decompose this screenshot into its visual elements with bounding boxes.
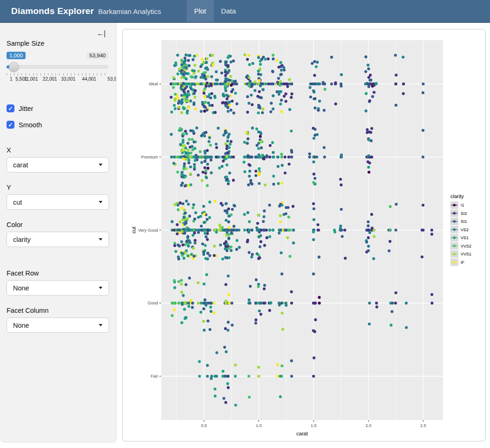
svg-text:Very Good: Very Good (138, 228, 158, 233)
sidebar-collapse-icon[interactable]: ←| (97, 29, 105, 38)
navbar: Diamonds Explorer Barkamian Analytics Pl… (0, 0, 490, 23)
x-select-group: X carat (7, 146, 109, 172)
color-select[interactable]: clarity (7, 232, 109, 247)
svg-text:VVS1: VVS1 (461, 252, 471, 256)
slider-tick-label: 11,001 (24, 76, 38, 82)
main-content: 0.51.01.52.02.5FairGoodVery GoodPremiumI… (116, 23, 490, 442)
svg-text:1.0: 1.0 (256, 423, 262, 428)
sidebar: ←| Sample Size 1,000 53,940 15,50111,001… (0, 23, 116, 442)
svg-text:2.0: 2.0 (366, 423, 372, 428)
svg-text:SI1: SI1 (461, 219, 467, 224)
svg-text:VS1: VS1 (461, 235, 469, 240)
facet-column-select-label: Facet Column (7, 307, 109, 314)
slider-rail[interactable] (7, 65, 109, 69)
smooth-label: Smooth (19, 121, 42, 129)
facet-column-select[interactable]: None (7, 317, 109, 333)
smooth-checkbox-row[interactable]: Smooth (7, 121, 109, 129)
x-select-label: X (7, 146, 109, 154)
svg-text:I1: I1 (461, 203, 464, 207)
plot-card: 0.51.01.52.02.5FairGoodVery GoodPremiumI… (122, 29, 486, 441)
x-select-value: carat (13, 161, 28, 169)
app-body: ←| Sample Size 1,000 53,940 15,50111,001… (0, 23, 490, 442)
svg-text:cut: cut (131, 227, 136, 234)
color-select-value: clarity (13, 236, 31, 243)
slider-tick-label: 1 (10, 76, 13, 82)
chevron-down-icon (99, 201, 102, 203)
brand: Diamonds Explorer Barkamian Analytics (11, 6, 161, 16)
tab-plot[interactable]: Plot (187, 0, 214, 22)
sample-size-label: Sample Size (7, 40, 109, 47)
svg-text:0.5: 0.5 (201, 423, 207, 428)
x-select[interactable]: carat (7, 157, 109, 172)
jitter-label: Jitter (19, 105, 33, 112)
facet-row-select-label: Facet Row (7, 269, 109, 277)
jitter-checkbox-row[interactable]: Jitter (7, 104, 109, 112)
svg-text:clarity: clarity (450, 193, 464, 199)
slider-track[interactable] (7, 62, 109, 73)
chevron-down-icon (99, 287, 102, 289)
slider-tick-label: 44,001 (82, 76, 96, 82)
facet-column-select-group: Facet Column None (7, 307, 109, 333)
slider-max-badge: 53,940 (87, 52, 109, 59)
svg-text:VVS2: VVS2 (461, 244, 471, 248)
facet-column-select-value: None (13, 322, 29, 329)
svg-text:Ideal: Ideal (149, 82, 158, 86)
facet-row-select[interactable]: None (7, 280, 109, 296)
slider-tick-label: 22,001 (43, 76, 57, 82)
app-subtitle: Barkamian Analytics (98, 7, 161, 15)
y-select-group: Y cut (7, 184, 109, 210)
svg-text:IF: IF (461, 260, 465, 265)
slider-tick-label: 53,940 (108, 76, 116, 82)
svg-text:Premium: Premium (141, 155, 158, 159)
svg-text:Good: Good (148, 301, 158, 305)
y-select-value: cut (13, 199, 22, 206)
svg-text:carat: carat (296, 431, 307, 436)
svg-text:Fair: Fair (151, 374, 158, 379)
chevron-down-icon (99, 164, 102, 166)
svg-text:VS2: VS2 (461, 227, 469, 232)
slider-tick-label: 33,001 (61, 76, 75, 82)
tab-data[interactable]: Data (214, 0, 244, 22)
color-select-label: Color (7, 221, 109, 228)
facet-row-select-group: Facet Row None (7, 269, 109, 296)
slider-value-badge: 1,000 (7, 52, 26, 59)
svg-text:2.5: 2.5 (420, 423, 426, 428)
color-select-group: Color clarity (7, 221, 109, 247)
slider-handle[interactable] (9, 62, 19, 72)
sample-size-slider: 1,000 53,940 15,50111,00122,00133,00144,… (7, 51, 109, 83)
chevron-down-icon (99, 238, 102, 241)
diamonds-scatter-plot: 0.51.01.52.02.5FairGoodVery GoodPremiumI… (122, 29, 486, 441)
chevron-down-icon (99, 324, 102, 326)
slider-tick-labels: 15,50111,00122,00133,00144,00153,940 (7, 76, 109, 83)
nav-tabs: Plot Data (187, 0, 244, 22)
svg-text:SI2: SI2 (461, 211, 467, 216)
y-select[interactable]: cut (7, 194, 109, 210)
y-select-label: Y (7, 184, 109, 191)
slider-tick-marks (7, 73, 109, 76)
jitter-checkbox[interactable] (7, 104, 14, 112)
smooth-checkbox[interactable] (7, 121, 14, 129)
facet-row-select-value: None (13, 284, 29, 292)
app-title: Diamonds Explorer (11, 6, 94, 16)
svg-text:1.5: 1.5 (311, 423, 317, 428)
